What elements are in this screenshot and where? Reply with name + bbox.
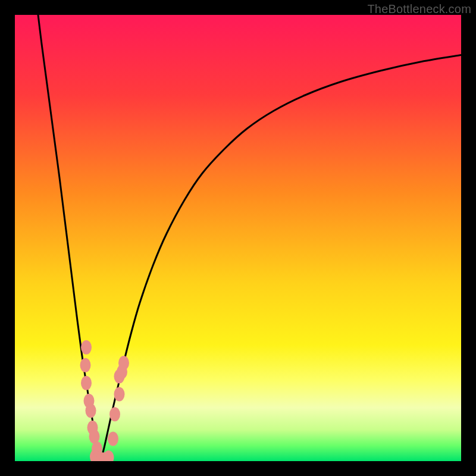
data-marker [81, 376, 92, 390]
data-marker [109, 407, 120, 421]
plot-area [15, 15, 461, 461]
chart-frame: TheBottleneck.com [0, 0, 476, 476]
data-marker [86, 403, 96, 418]
data-marker [118, 356, 129, 370]
chart-svg [15, 15, 461, 461]
data-marker [81, 340, 92, 355]
data-marker [89, 430, 100, 444]
chart-background [15, 15, 461, 461]
data-marker [108, 432, 118, 446]
watermark-text: TheBottleneck.com [367, 2, 471, 16]
data-marker [114, 387, 125, 402]
data-marker [80, 358, 91, 372]
